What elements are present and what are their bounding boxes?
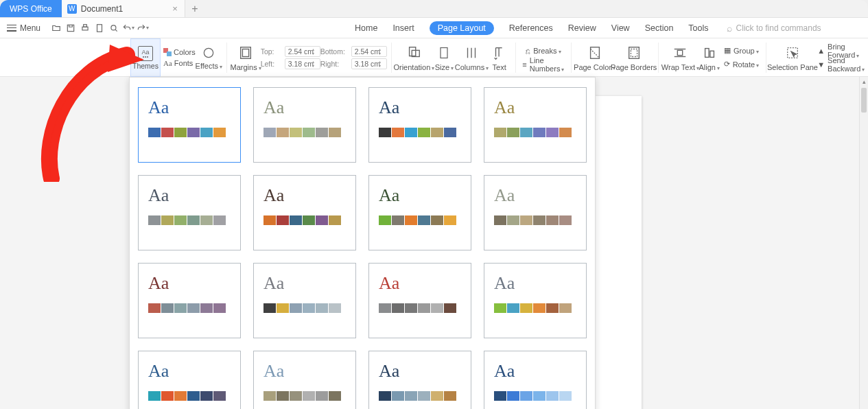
svg-rect-8 (410, 47, 416, 56)
document-tab[interactable]: W Document1 × (62, 0, 185, 17)
theme-color-swatches (263, 303, 346, 313)
save-icon[interactable] (64, 22, 77, 34)
page-borders-icon (625, 44, 643, 62)
menu-label: Menu (20, 23, 40, 33)
size-icon (435, 44, 453, 62)
colors-button[interactable]: Colors (163, 48, 196, 56)
theme-font-preview: Aa (148, 99, 231, 117)
redo-icon[interactable]: ▾ (137, 22, 149, 34)
theme-option-16[interactable]: Aa (484, 351, 587, 409)
svg-rect-0 (67, 25, 73, 31)
align-button[interactable]: Align (698, 43, 721, 73)
margins-button[interactable]: Margins (231, 43, 261, 73)
theme-option-14[interactable]: Aa (253, 351, 356, 409)
size-button[interactable]: Size (432, 43, 456, 73)
page-borders-button[interactable]: Page Borders (613, 43, 654, 73)
selection-pane-button[interactable]: Selection Pane (771, 43, 814, 73)
theme-font-preview: Aa (263, 274, 346, 292)
columns-icon (462, 44, 480, 62)
margin-bottom-field[interactable]: Bottom:2.54 cm▴▾ (320, 46, 387, 57)
preview-icon[interactable] (108, 22, 120, 34)
theme-color-swatches (379, 391, 461, 401)
page-color-button[interactable]: Page Color (576, 43, 613, 73)
margin-top-field[interactable]: Top:2.54 cm▴▾ (261, 46, 320, 57)
close-icon[interactable]: × (172, 3, 178, 14)
selection-pane-icon (784, 44, 801, 62)
wrap-text-button[interactable]: Wrap Text (663, 43, 698, 73)
theme-option-8[interactable]: Aa (484, 175, 587, 250)
send-backward-button[interactable]: ▼Send Backward (814, 58, 868, 71)
theme-option-6[interactable]: Aa (253, 175, 356, 250)
themes-icon: Aa (138, 46, 153, 61)
ribbon-tabs: HomeInsertPage LayoutReferencesReviewVie… (355, 21, 709, 35)
scroll-thumb[interactable] (861, 88, 867, 113)
theme-color-swatches (379, 128, 461, 137)
scroll-up-icon[interactable]: ▴ (860, 77, 868, 86)
theme-option-13[interactable]: Aa (138, 351, 241, 409)
theme-font-preview: Aa (148, 187, 231, 204)
app-brand-tab[interactable]: WPS Office (0, 0, 62, 17)
orientation-button[interactable]: Orientation (395, 43, 432, 73)
tab-page-layout[interactable]: Page Layout (430, 21, 494, 35)
line-numbers-button[interactable]: ≡Line Numbers (519, 58, 567, 71)
theme-font-preview: Aa (148, 362, 231, 380)
svg-rect-1 (82, 27, 88, 30)
tab-insert[interactable]: Insert (392, 21, 414, 35)
open-icon[interactable] (50, 22, 62, 34)
theme-option-3[interactable]: Aa (368, 87, 471, 163)
theme-color-swatches (148, 215, 231, 225)
theme-option-12[interactable]: Aa (484, 263, 587, 338)
theme-color-swatches (263, 128, 346, 137)
vertical-scrollbar[interactable]: ▴ (859, 77, 868, 409)
theme-color-swatches (494, 303, 576, 313)
group-icon: ▦ (724, 46, 731, 55)
new-tab-button[interactable]: + (185, 0, 204, 17)
theme-option-15[interactable]: Aa (368, 351, 471, 409)
theme-option-4[interactable]: Aa (484, 87, 587, 163)
tab-references[interactable]: References (509, 21, 553, 35)
command-search-placeholder: Click to find commands (736, 23, 821, 33)
rotate-button[interactable]: ⟳Rotate (721, 58, 762, 71)
theme-font-preview: Aa (494, 274, 576, 292)
theme-font-preview: Aa (263, 187, 346, 204)
undo-icon[interactable]: ▾ (122, 22, 134, 34)
theme-color-swatches (148, 303, 231, 313)
theme-option-5[interactable]: Aa (138, 175, 241, 250)
theme-color-swatches (379, 215, 461, 225)
theme-option-2[interactable]: Aa (253, 87, 356, 163)
margin-left-field[interactable]: Left:3.18 cm▴▾ (261, 58, 320, 69)
theme-color-swatches (148, 128, 231, 137)
theme-option-1[interactable]: Aa (138, 87, 241, 163)
bring-forward-icon: ▲ (817, 47, 825, 55)
command-search[interactable]: ⌕ Click to find commands (727, 23, 821, 34)
menu-button[interactable]: Menu (0, 23, 47, 33)
breaks-button[interactable]: ⎌Breaks (519, 45, 567, 57)
effects-icon (201, 45, 216, 60)
margin-right-field[interactable]: Right:3.18 cm▴▾ (320, 58, 387, 69)
text-direction-button[interactable]: Text (488, 43, 511, 73)
print-preview-icon[interactable] (93, 22, 106, 34)
bring-forward-button[interactable]: ▲Bring Forward (814, 45, 868, 57)
tab-review[interactable]: Review (568, 21, 596, 35)
theme-option-10[interactable]: Aa (253, 263, 356, 338)
theme-font-preview: Aa (494, 362, 576, 380)
themes-button[interactable]: Aa Themes (130, 38, 161, 77)
line-numbers-icon: ≡ (522, 60, 526, 69)
tab-view[interactable]: View (611, 21, 630, 35)
theme-font-preview: Aa (148, 274, 231, 292)
theme-option-9[interactable]: Aa (138, 263, 241, 338)
print-icon[interactable] (79, 22, 91, 34)
theme-option-7[interactable]: Aa (368, 175, 471, 250)
tab-home[interactable]: Home (355, 21, 377, 35)
fonts-button[interactable]: AaFonts (163, 59, 196, 67)
theme-font-preview: Aa (379, 362, 461, 380)
effects-button[interactable]: Effects (196, 44, 222, 71)
tab-section[interactable]: Section (645, 21, 674, 35)
group-button[interactable]: ▦Group (721, 45, 762, 57)
title-tab-bar: WPS Office W Document1 × + (0, 0, 868, 18)
tab-tools[interactable]: Tools (688, 21, 708, 35)
orientation-icon (405, 44, 423, 62)
theme-option-11[interactable]: Aa (368, 263, 471, 338)
columns-button[interactable]: Columns (456, 43, 487, 73)
themes-gallery-dropdown[interactable]: AaAaAaAaAaAaAaAaAaAaAaAaAaAaAaAa (129, 77, 596, 409)
